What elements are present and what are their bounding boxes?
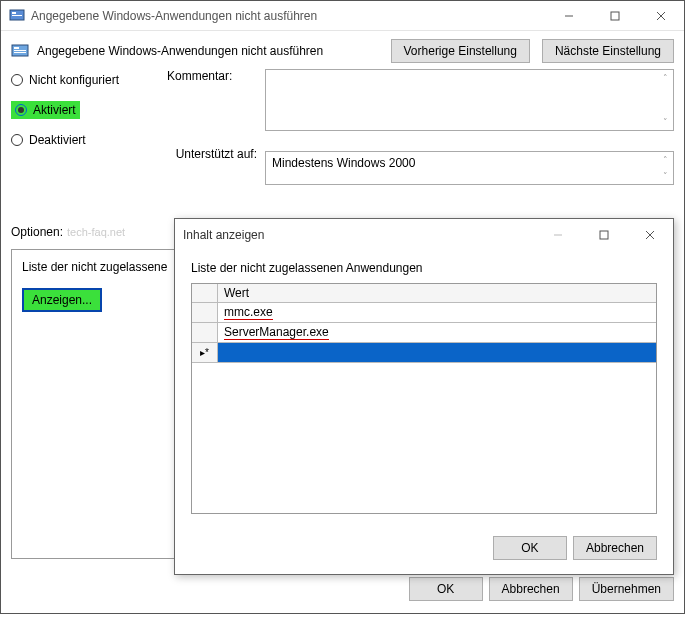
close-button[interactable]	[638, 1, 684, 31]
grid-cell: mmc.exe	[218, 303, 656, 322]
grid-cell: ServerManager.exe	[218, 323, 656, 342]
scrollbar[interactable]: ˄ ˅	[658, 71, 672, 129]
minimize-button[interactable]	[546, 1, 592, 31]
next-setting-button[interactable]: Nächste Einstellung	[542, 39, 674, 63]
apply-button[interactable]: Übernehmen	[579, 577, 674, 601]
row-header	[192, 323, 218, 342]
child-titlebar: Inhalt anzeigen	[175, 219, 673, 251]
previous-setting-button[interactable]: Vorherige Einstellung	[391, 39, 530, 63]
minimize-button[interactable]	[535, 220, 581, 250]
radio-label: Aktiviert	[33, 103, 76, 117]
supported-on-box: Mindestens Windows 2000	[265, 151, 674, 185]
grid-row-new[interactable]: ▸*	[192, 343, 656, 363]
grid-column-header[interactable]: Wert	[218, 284, 656, 302]
svg-rect-12	[600, 231, 608, 239]
child-ok-button[interactable]: OK	[493, 536, 567, 560]
comment-label: Kommentar:	[167, 69, 257, 131]
watermark-text: tech-faq.net	[67, 226, 125, 238]
main-window-title: Angegebene Windows-Anwendungen nicht aus…	[31, 9, 546, 23]
radio-label: Nicht konfiguriert	[29, 73, 119, 87]
grid-corner	[192, 284, 218, 302]
child-footer: OK Abbrechen	[175, 526, 673, 574]
main-titlebar: Angegebene Windows-Anwendungen nicht aus…	[1, 1, 684, 31]
svg-rect-10	[14, 52, 26, 53]
svg-rect-9	[14, 50, 26, 51]
policy-icon	[11, 42, 29, 60]
maximize-button[interactable]	[581, 220, 627, 250]
options-label: Optionen:	[11, 225, 63, 239]
new-row-marker: ▸*	[192, 343, 218, 362]
chevron-down-icon[interactable]: ˅	[658, 115, 672, 129]
chevron-up-icon[interactable]: ˄	[658, 153, 672, 167]
show-list-button[interactable]: Anzeigen...	[22, 288, 102, 312]
svg-rect-1	[12, 12, 16, 14]
child-subtitle: Liste der nicht zugelassenen Anwendungen	[191, 261, 657, 275]
grid-cell-new[interactable]	[218, 343, 656, 362]
radio-enabled[interactable]: Aktiviert	[11, 101, 80, 119]
svg-rect-8	[14, 47, 19, 49]
radio-label: Deaktiviert	[29, 133, 86, 147]
supported-on-value: Mindestens Windows 2000	[272, 156, 415, 170]
cell-value[interactable]: ServerManager.exe	[224, 325, 329, 340]
radio-group: Nicht konfiguriert Aktiviert Deaktiviert	[11, 69, 151, 185]
policy-heading: Angegebene Windows-Anwendungen nicht aus…	[37, 44, 379, 58]
chevron-down-icon[interactable]: ˅	[658, 169, 672, 183]
grid-empty-area	[192, 363, 656, 513]
child-cancel-button[interactable]: Abbrechen	[573, 536, 657, 560]
value-grid[interactable]: Wert mmc.exe ServerManager.exe ▸*	[191, 283, 657, 514]
svg-rect-4	[611, 12, 619, 20]
grid-row[interactable]: mmc.exe	[192, 303, 656, 323]
chevron-up-icon[interactable]: ˄	[658, 71, 672, 85]
close-button[interactable]	[627, 220, 673, 250]
show-contents-dialog: Inhalt anzeigen Liste der nicht zugelass…	[174, 218, 674, 575]
grid-row[interactable]: ServerManager.exe	[192, 323, 656, 343]
maximize-button[interactable]	[592, 1, 638, 31]
radio-not-configured[interactable]: Nicht konfiguriert	[11, 73, 151, 87]
radio-disabled[interactable]: Deaktiviert	[11, 133, 151, 147]
scrollbar[interactable]: ˄ ˅	[658, 153, 672, 183]
app-icon	[9, 8, 25, 24]
supported-label: Unterstützt auf:	[167, 147, 257, 185]
row-header	[192, 303, 218, 322]
child-window-title: Inhalt anzeigen	[183, 228, 535, 242]
comment-textarea[interactable]	[265, 69, 674, 131]
cancel-button[interactable]: Abbrechen	[489, 577, 573, 601]
ok-button[interactable]: OK	[409, 577, 483, 601]
cell-value[interactable]: mmc.exe	[224, 305, 273, 320]
main-footer: OK Abbrechen Übernehmen	[1, 569, 684, 613]
svg-rect-2	[12, 15, 22, 16]
